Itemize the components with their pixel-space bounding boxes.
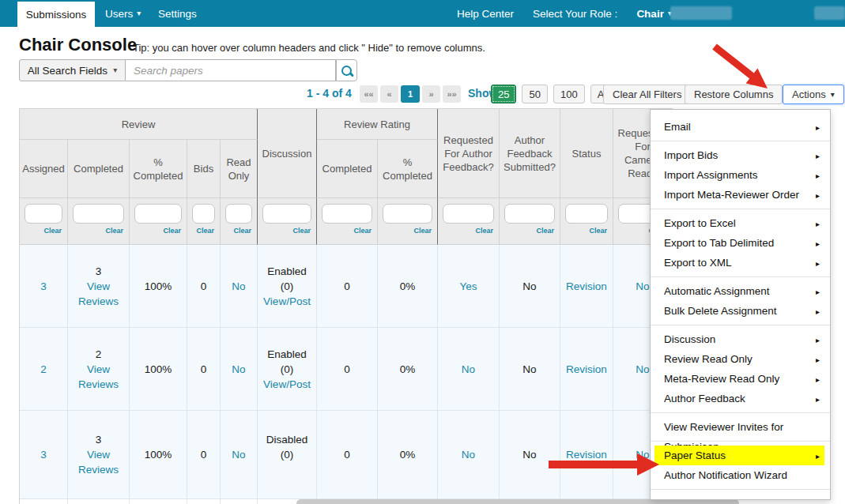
column-group-review-rating[interactable]: Review Rating <box>317 109 438 140</box>
column-header-read-only[interactable]: Read Only <box>221 140 258 198</box>
assigned-count-link[interactable]: 2 <box>40 362 47 377</box>
menu-item-bulk-delete-assignment[interactable]: Bulk Delete Assignment▸ <box>651 301 830 321</box>
menu-item-discussion[interactable]: Discussion▸ <box>651 329 830 349</box>
menu-item-author-notification-wizard[interactable]: Author Notification Wizard <box>651 465 830 485</box>
filter-clear-link[interactable]: Clear <box>322 227 372 235</box>
column-header-discussion[interactable]: Discussion <box>258 109 317 198</box>
table-cell: No <box>221 328 258 411</box>
menu-item-view-reviewer-invites[interactable]: View Reviewer Invites for Submisison <box>651 417 830 437</box>
filter-input-completed[interactable] <box>73 204 124 224</box>
filter-clear-link[interactable]: Clear <box>25 227 62 235</box>
search-input[interactable] <box>126 59 336 81</box>
req-camera-ready-link[interactable]: No <box>636 362 649 377</box>
filter-clear-link[interactable]: Clear <box>73 227 124 235</box>
view-reviews-link[interactable]: View Reviews <box>76 447 122 477</box>
page-size-100-button[interactable]: 100 <box>553 85 585 103</box>
column-header-requested-for-author-feedback[interactable]: Requested For Author Feedback? <box>438 109 500 198</box>
view-reviews-link[interactable]: View Reviews <box>76 362 122 392</box>
read-only-link[interactable]: No <box>232 279 245 294</box>
menu-item-author-feedback[interactable]: Author Feedback▸ <box>651 389 830 408</box>
status-link[interactable]: Revision <box>566 362 607 377</box>
pager-next-button[interactable]: » <box>422 85 440 103</box>
menu-item-export-to-excel[interactable]: Export to Excel▸ <box>651 213 830 233</box>
req-author-feedback-link[interactable]: No <box>462 362 475 377</box>
req-camera-ready-link[interactable]: No <box>636 447 649 462</box>
discussion-state: Enabled (0) <box>260 347 314 377</box>
annotation-arrow-actions <box>712 44 768 89</box>
read-only-link[interactable]: No <box>232 362 245 377</box>
table-cell: 0 <box>187 328 221 411</box>
filter-input-pct-completed[interactable] <box>134 204 182 224</box>
column-header-bids[interactable]: Bids <box>187 140 221 198</box>
view-reviews-link[interactable]: View Reviews <box>76 279 122 309</box>
restore-columns-button[interactable]: Restore Columns <box>685 85 783 104</box>
actions-button[interactable]: Actions ▾ <box>783 85 844 104</box>
filter-input-rr-pct-completed[interactable] <box>383 204 432 224</box>
menu-item-import-bids[interactable]: Import Bids▸ <box>651 145 830 165</box>
tab-settings[interactable]: Settings <box>158 0 197 27</box>
filter-clear-link[interactable]: Clear <box>504 227 555 235</box>
completed-count: 3 <box>70 264 126 279</box>
view-post-link[interactable]: View/Post <box>263 294 311 309</box>
filter-cell: Clear <box>378 198 438 245</box>
filter-clear-link[interactable]: Clear <box>565 227 608 235</box>
table-cell: 100% <box>130 411 187 499</box>
filter-clear-link[interactable]: Clear <box>443 227 494 235</box>
menu-item-automatic-assignment[interactable]: Automatic Assignment▸ <box>651 281 830 301</box>
read-only-link[interactable]: No <box>232 447 245 462</box>
filter-input-req-author-feedback[interactable] <box>443 204 494 224</box>
column-header-assigned[interactable]: Assigned <box>20 140 68 198</box>
req-camera-ready-link[interactable]: No <box>636 279 649 294</box>
role-dropdown[interactable]: Chair ▾ <box>636 0 672 27</box>
filter-input-assigned[interactable] <box>25 204 62 224</box>
filter-clear-link[interactable]: Clear <box>383 227 432 235</box>
search-button[interactable] <box>336 59 357 81</box>
menu-item-export-to-xml[interactable]: Export to XML▸ <box>651 253 830 273</box>
status-link[interactable]: Revision <box>566 447 607 462</box>
column-header-rr-pct-completed[interactable]: % Completed <box>378 140 438 198</box>
column-group-review[interactable]: Review <box>20 109 258 140</box>
column-header-status[interactable]: Status <box>560 109 613 198</box>
filter-input-author-feedback-submitted[interactable] <box>504 204 555 224</box>
pager-last-button[interactable]: »» <box>443 85 461 103</box>
pager-prev-button[interactable]: « <box>380 85 398 103</box>
clear-all-filters-button[interactable]: Clear All Filters <box>603 85 691 104</box>
column-header-rr-completed[interactable]: Completed <box>317 140 378 198</box>
column-header-completed[interactable]: Completed <box>68 140 130 198</box>
filter-clear-link[interactable]: Clear <box>225 227 252 235</box>
filter-input-rr-completed[interactable] <box>322 204 372 224</box>
tab-users[interactable]: Users ▾ <box>105 0 141 27</box>
req-author-feedback-link[interactable]: No <box>462 447 475 462</box>
filter-clear-link[interactable]: Clear <box>134 227 182 235</box>
filter-cell: Clear <box>187 198 221 245</box>
assigned-count-link[interactable]: 3 <box>40 279 47 294</box>
search-scope-dropdown[interactable]: All Search Fields ▾ <box>19 59 126 81</box>
menu-item-review-read-only[interactable]: Review Read Only▸ <box>651 349 830 369</box>
assigned-count-link[interactable]: 3 <box>40 447 47 462</box>
filter-input-bids[interactable] <box>192 204 215 224</box>
filter-input-status[interactable] <box>565 204 608 224</box>
status-link[interactable]: Revision <box>566 279 607 294</box>
menu-item-email[interactable]: Email▸ <box>651 117 830 137</box>
view-post-link[interactable]: View/Post <box>263 377 311 392</box>
tab-submissions[interactable]: Submissions <box>17 2 95 27</box>
filter-input-read-only[interactable] <box>225 204 252 224</box>
redacted-user-link[interactable] <box>814 6 845 20</box>
help-center-link[interactable]: Help Center <box>457 8 514 20</box>
column-header-pct-completed[interactable]: % Completed <box>130 140 187 198</box>
req-author-feedback-link[interactable]: Yes <box>459 279 477 294</box>
menu-item-import-meta-reviewer-order[interactable]: Import Meta-Reviewer Order▸ <box>651 185 830 205</box>
page-size-25-button[interactable]: 25 <box>491 85 516 103</box>
submenu-caret-icon: ▸ <box>816 166 820 186</box>
menu-item-import-assignments[interactable]: Import Assignments▸ <box>651 165 830 185</box>
page-size-50-button[interactable]: 50 <box>522 85 547 103</box>
column-header-author-feedback-submitted[interactable]: Author Feedback Submitted? <box>500 109 560 198</box>
filter-clear-link[interactable]: Clear <box>192 227 215 235</box>
menu-item-paper-status[interactable]: Paper Status▸ <box>654 446 824 465</box>
pager-first-button[interactable]: «« <box>360 85 378 103</box>
pager-page-1-button[interactable]: 1 <box>401 85 420 103</box>
filter-input-discussion[interactable] <box>262 204 311 224</box>
filter-clear-link[interactable]: Clear <box>262 227 311 235</box>
menu-item-meta-review-read-only[interactable]: Meta-Review Read Only▸ <box>651 369 830 389</box>
menu-item-export-to-tab-delimited[interactable]: Export to Tab Delimited▸ <box>651 233 830 253</box>
